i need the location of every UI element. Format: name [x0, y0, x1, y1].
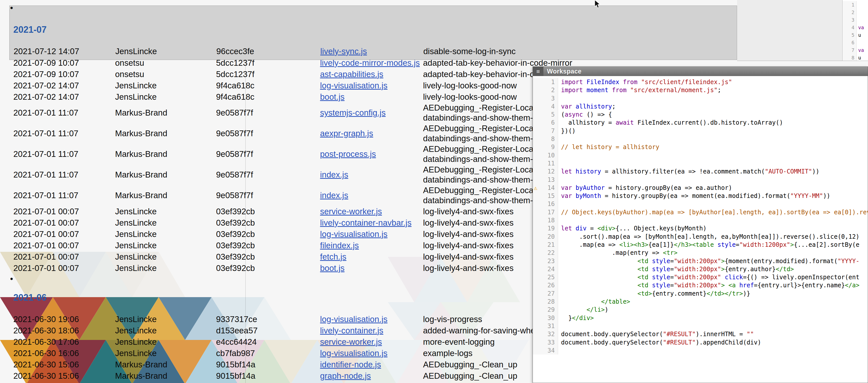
- side-editor-line[interactable]: 8u: [843, 54, 868, 61]
- code-line[interactable]: 25 <td style="width:200px" click={() => …: [533, 273, 868, 281]
- code-text: // Object.keys(byAuthor).map(ea => [byAu…: [558, 208, 868, 216]
- code-text: (async () => {: [558, 110, 868, 119]
- code-line[interactable]: 23 <td style="width:200px">{moment(entry…: [533, 257, 868, 265]
- code-line[interactable]: 6 allhistory = await FileIndex.current()…: [533, 119, 868, 127]
- commit-hash[interactable]: 03ef392cb: [216, 207, 320, 216]
- side-editor-line[interactable]: 1: [843, 1, 868, 8]
- commit-hash[interactable]: 9015bf14a: [216, 360, 320, 370]
- code-line[interactable]: 11: [533, 159, 868, 167]
- commit-file-link[interactable]: lively-container-navbar.js: [320, 218, 411, 227]
- code-line[interactable]: 28 </table>: [533, 298, 868, 306]
- commit-hash[interactable]: 9e0587f7f: [216, 108, 320, 118]
- commit-file-link[interactable]: service-worker.js: [320, 337, 382, 347]
- commit-hash[interactable]: 03ef392cb: [216, 218, 320, 228]
- commit-file-link[interactable]: fileindex.js: [320, 241, 359, 250]
- code-line[interactable]: 32document.body.querySelector("#RESULT")…: [533, 330, 868, 338]
- code-line[interactable]: 21 .map(ea => <li><h3>{ea[1]}</h3><table…: [533, 241, 868, 249]
- code-line[interactable]: 2import moment from "src/external/moment…: [533, 86, 868, 94]
- code-line[interactable]: 15var byMonth = history.groupBy(ea => mo…: [533, 192, 868, 200]
- commit-hash[interactable]: 9337317ce: [216, 315, 320, 324]
- commit-file-link[interactable]: index.js: [320, 170, 348, 179]
- code-line[interactable]: 33document.body.querySelector("#RESULT")…: [533, 339, 868, 347]
- commit-file-cell: log-visualisation.js: [320, 315, 423, 324]
- commit-file-link[interactable]: lively-sync.js: [320, 46, 367, 56]
- code-line[interactable]: 27 <td>{entry.comment}</td></tr>)}: [533, 290, 868, 298]
- side-editor-line[interactable]: 4va: [843, 24, 868, 31]
- code-line[interactable]: 10: [533, 151, 868, 159]
- commit-file-link[interactable]: identifier-node.js: [320, 360, 381, 369]
- code-line[interactable]: 3: [533, 94, 868, 102]
- code-line[interactable]: 17// Object.keys(byAuthor).map(ea => [by…: [533, 208, 868, 216]
- commit-hash[interactable]: 9e0587f7f: [216, 149, 320, 159]
- code-line[interactable]: 1import FileIndex from "src/client/filei…: [533, 78, 868, 86]
- commit-file-link[interactable]: service-worker.js: [320, 207, 382, 216]
- commit-file-link[interactable]: ast-capabilities.js: [320, 69, 383, 79]
- commit-file-link[interactable]: log-visualisation.js: [320, 315, 388, 324]
- line-number: 19: [533, 224, 558, 232]
- code-line[interactable]: 20 .sort().map(ea => [byMonth[ea].length…: [533, 233, 868, 241]
- line-number: 11: [533, 159, 558, 167]
- code-line[interactable]: 7})(): [533, 127, 868, 135]
- code-line[interactable]: 13: [533, 176, 868, 184]
- commit-file-link[interactable]: fetch.js: [320, 252, 346, 261]
- commit-hash[interactable]: 03ef392cb: [216, 263, 320, 273]
- window-menu-button[interactable]: ≡: [533, 67, 544, 76]
- commit-file-link[interactable]: post-process.js: [320, 149, 376, 159]
- commit-hash[interactable]: 03ef392cb: [216, 229, 320, 239]
- commit-file-link[interactable]: index.js: [320, 191, 348, 200]
- side-editor-line[interactable]: 5u: [843, 31, 868, 39]
- code-line[interactable]: 16: [533, 200, 868, 208]
- code-line[interactable]: 12let history = allhistory.filter(ea => …: [533, 167, 868, 175]
- commit-file-link[interactable]: log-visualisation.js: [320, 229, 388, 239]
- commit-file-link[interactable]: lively-container.js: [320, 326, 383, 335]
- side-editor-line[interactable]: 7va: [843, 46, 868, 54]
- commit-file-cell: identifier-node.js: [320, 360, 423, 370]
- code-line[interactable]: 24 <td style="width:200px">{entry.author…: [533, 265, 868, 273]
- commit-hash[interactable]: 9015bf14a: [216, 371, 320, 381]
- code-line[interactable]: 5(async () => {: [533, 110, 868, 119]
- commit-file-link[interactable]: log-visualisation.js: [320, 349, 388, 358]
- commit-file-link[interactable]: boot.js: [320, 92, 344, 101]
- commit-hash[interactable]: 9f4ca618c: [216, 81, 320, 90]
- code-line[interactable]: ⚠14var byAuthor = history.groupBy(ea => …: [533, 184, 868, 192]
- code-line[interactable]: 26 <td style="width:200px"> <a href={ent…: [533, 281, 868, 289]
- side-editor-line[interactable]: 3: [843, 16, 868, 24]
- commit-hash[interactable]: 03ef392cb: [216, 241, 320, 250]
- list-bullet: •: [10, 275, 13, 283]
- side-editor-line[interactable]: 6: [843, 39, 868, 46]
- code-line[interactable]: 4var allhistory;: [533, 102, 868, 110]
- code-line[interactable]: 8: [533, 135, 868, 143]
- commit-hash[interactable]: 03ef392cb: [216, 252, 320, 262]
- side-editor-line[interactable]: 2: [843, 8, 868, 16]
- code-line[interactable]: 30 }</div>: [533, 314, 868, 322]
- commit-hash[interactable]: 9e0587f7f: [216, 170, 320, 180]
- commit-hash[interactable]: d153eea57: [216, 326, 320, 336]
- code-line[interactable]: 22 .map(entry => <tr>: [533, 249, 868, 257]
- line-number: 23: [533, 257, 558, 265]
- code-text: <td style="width:200px">{entry.author}</…: [558, 265, 868, 273]
- commit-file-link[interactable]: boot.js: [320, 263, 344, 273]
- commit-hash[interactable]: 9e0587f7f: [216, 191, 320, 200]
- commit-hash[interactable]: 5dcc1237f: [216, 69, 320, 79]
- workspace-titlebar[interactable]: ≡ Workspace: [533, 67, 868, 76]
- code-line[interactable]: 9// let history = allhistory: [533, 143, 868, 151]
- month-selection-box[interactable]: 2021-07-12 14:07JensLincke96ccec3felivel…: [9, 5, 737, 60]
- commit-file-link[interactable]: systemjs-config.js: [320, 108, 385, 117]
- commit-author: JensLincke: [115, 326, 216, 336]
- code-line[interactable]: 18: [533, 216, 868, 224]
- code-line[interactable]: 34: [533, 347, 868, 355]
- code-line[interactable]: 31: [533, 322, 868, 330]
- commit-hash[interactable]: 96ccec3fe: [216, 46, 320, 56]
- commit-hash[interactable]: e4cc64424: [216, 337, 320, 347]
- code-editor[interactable]: 1import FileIndex from "src/client/filei…: [533, 76, 868, 383]
- commit-file-link[interactable]: aexpr-graph.js: [320, 129, 373, 138]
- commit-file-link[interactable]: log-visualisation.js: [320, 81, 388, 90]
- commit-hash[interactable]: 9e0587f7f: [216, 129, 320, 138]
- code-line[interactable]: 29 </li>): [533, 306, 868, 314]
- commit-hash[interactable]: cb7fab987: [216, 349, 320, 358]
- code-line[interactable]: 19let div = <div>{... Object.keys(byMont…: [533, 224, 868, 232]
- line-number: 29: [533, 306, 558, 314]
- commit-hash[interactable]: 9f4ca618c: [216, 92, 320, 102]
- side-editor[interactable]: 1234va5u67va8u: [842, 0, 868, 61]
- commit-file-link[interactable]: graph-node.js: [320, 371, 371, 381]
